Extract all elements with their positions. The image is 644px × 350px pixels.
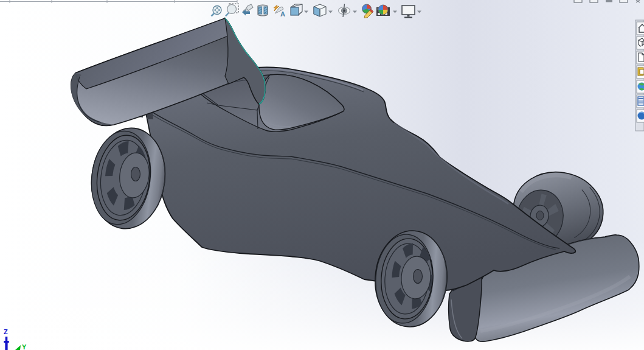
svg-text:Y: Y [22, 343, 27, 350]
svg-text:A: A [280, 10, 285, 18]
svg-text:Z: Z [4, 328, 8, 335]
